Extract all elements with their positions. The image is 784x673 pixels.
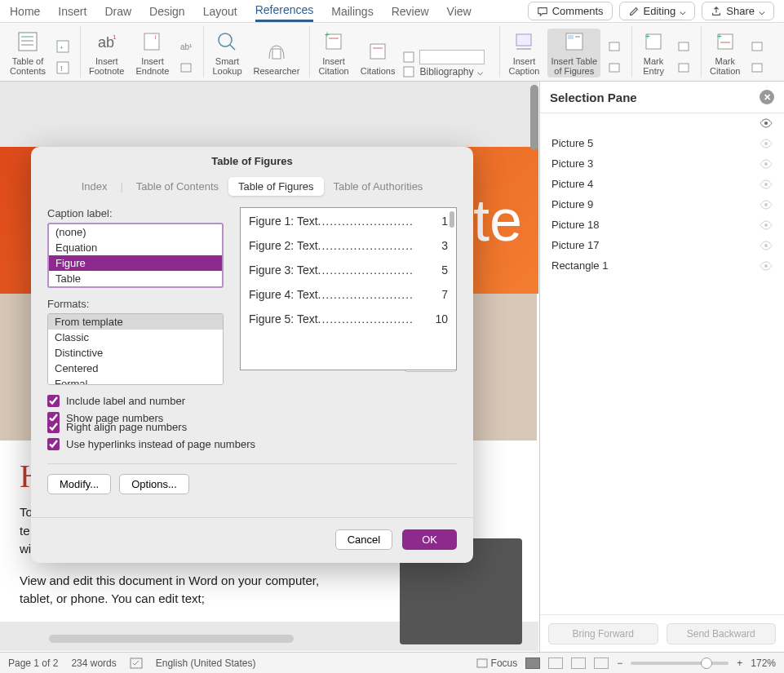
editing-button[interactable]: Editing ⌵ <box>619 2 696 20</box>
selection-item[interactable]: Picture 18 <box>540 215 784 235</box>
researcher-button[interactable]: Researcher <box>250 38 303 77</box>
zoom-level[interactable]: 172% <box>751 658 776 669</box>
update-toa-button[interactable] <box>748 58 768 77</box>
format-option-centered[interactable]: Centered <box>48 361 223 376</box>
close-icon[interactable]: ✕ <box>760 90 774 104</box>
caption-option-none[interactable]: (none) <box>49 224 222 240</box>
svg-rect-20 <box>370 44 385 59</box>
insert-index-button[interactable] <box>675 37 694 56</box>
cross-reference-button[interactable] <box>605 58 625 77</box>
tab-layout[interactable]: Layout <box>203 2 237 21</box>
vertical-scrollbar[interactable] <box>530 85 538 150</box>
dialog-tab-toc[interactable]: Table of Contents <box>126 177 228 196</box>
outline-view-button[interactable] <box>571 658 586 669</box>
insert-endnote-button[interactable]: i Insert Endnote <box>132 29 172 77</box>
tab-draw[interactable]: Draw <box>104 2 131 21</box>
visibility-toggle-icon[interactable] <box>760 241 773 250</box>
citations-button[interactable]: Citations <box>357 38 399 77</box>
visibility-toggle-icon[interactable] <box>760 200 773 210</box>
use-hyperlinks-checkbox[interactable]: Use hyperlinks instead of page numbers <box>47 438 457 450</box>
format-option-formal[interactable]: Formal <box>48 376 223 385</box>
language-indicator[interactable]: English (United States) <box>156 658 256 669</box>
send-backward-button[interactable]: Send Backward <box>667 623 777 644</box>
format-option-template[interactable]: From template <box>48 314 223 330</box>
svg-rect-39 <box>752 64 762 72</box>
document-para-2[interactable]: View and edit this document in Word on y… <box>20 572 356 609</box>
insert-citation-button[interactable]: + Insert Citation <box>315 29 352 77</box>
table-of-contents-button[interactable]: Table of Contents <box>7 29 49 77</box>
mark-citation-label: Mark Citation <box>710 56 740 76</box>
word-count[interactable]: 234 words <box>71 658 116 669</box>
dialog-title: Table of Figures <box>31 147 473 174</box>
next-footnote-button[interactable]: ab¹ <box>177 37 197 56</box>
selection-item[interactable]: Rectangle 1 <box>540 255 784 276</box>
format-option-distinctive[interactable]: Distinctive <box>48 345 223 361</box>
selection-item[interactable]: Picture 17 <box>540 235 784 255</box>
tab-references[interactable]: References <box>255 0 314 22</box>
cancel-button[interactable]: Cancel <box>335 529 392 550</box>
selection-item[interactable]: Picture 3 <box>540 153 784 174</box>
style-selector[interactable] <box>403 50 493 64</box>
draft-view-button[interactable] <box>594 658 609 669</box>
visibility-toggle-icon[interactable] <box>760 179 773 189</box>
modify-button[interactable]: Modify... <box>47 474 111 494</box>
update-index-button[interactable] <box>675 58 694 77</box>
tab-mailings[interactable]: Mailings <box>331 2 373 21</box>
web-layout-view-button[interactable] <box>548 658 563 669</box>
right-align-checkbox[interactable]: Right align page numbers <box>47 421 457 433</box>
caption-option-figure[interactable]: Figure <box>49 255 222 271</box>
preview-scrollbar[interactable] <box>450 211 454 228</box>
dialog-tab-tof[interactable]: Table of Figures <box>228 177 324 196</box>
caption-label-listbox[interactable]: (none) Equation Figure Table <box>47 223 224 288</box>
page-indicator[interactable]: Page 1 of 2 <box>8 658 58 669</box>
update-tof-button[interactable] <box>605 37 625 56</box>
tab-insert[interactable]: Insert <box>58 2 86 21</box>
update-table-button[interactable]: ! <box>54 58 73 77</box>
smart-lookup-button[interactable]: Smart Lookup <box>209 29 245 77</box>
show-all-icon[interactable] <box>760 118 773 128</box>
visibility-toggle-icon[interactable] <box>760 261 773 271</box>
tab-design[interactable]: Design <box>149 2 185 21</box>
mark-citation-button[interactable]: + Mark Citation <box>706 29 743 77</box>
print-layout-view-button[interactable] <box>525 658 540 669</box>
zoom-slider[interactable] <box>631 662 729 665</box>
bibliography-button[interactable]: Bibliography ⌵ <box>403 66 493 77</box>
add-text-button[interactable]: + <box>54 37 73 56</box>
insert-table-of-figures-button[interactable]: Insert Table of Figures <box>547 29 600 77</box>
preview-line: Figure 4: Text ........................7 <box>249 288 448 301</box>
insert-toa-button[interactable] <box>748 37 768 56</box>
tab-home[interactable]: Home <box>10 2 40 21</box>
zoom-in-button[interactable]: + <box>737 658 742 669</box>
selection-pane-title: Selection Pane <box>550 91 637 104</box>
caption-option-equation[interactable]: Equation <box>49 240 222 255</box>
format-option-classic[interactable]: Classic <box>48 330 223 345</box>
horizontal-scrollbar[interactable] <box>49 635 294 643</box>
visibility-toggle-icon[interactable] <box>760 139 773 148</box>
options-button[interactable]: Options... <box>119 474 189 494</box>
spellcheck-icon[interactable] <box>130 658 143 669</box>
focus-mode-button[interactable]: Focus <box>476 658 518 669</box>
selection-item[interactable]: Picture 9 <box>540 194 784 215</box>
preview-line: Figure 1: Text ........................1 <box>249 215 448 228</box>
visibility-toggle-icon[interactable] <box>760 220 773 230</box>
ok-button[interactable]: OK <box>402 529 457 550</box>
insert-footnote-button[interactable]: ab1 Insert Footnote <box>86 29 127 77</box>
include-label-checkbox[interactable]: Include label and number <box>47 395 457 407</box>
selection-item[interactable]: Picture 5 <box>540 133 784 153</box>
formats-listbox[interactable]: From template Classic Distinctive Center… <box>47 313 224 385</box>
bring-forward-button[interactable]: Bring Forward <box>548 623 658 644</box>
selection-item[interactable]: Picture 4 <box>540 174 784 194</box>
svg-point-40 <box>764 122 768 125</box>
zoom-out-button[interactable]: − <box>617 658 622 669</box>
insert-caption-button[interactable]: Insert Caption <box>505 29 543 77</box>
visibility-toggle-icon[interactable] <box>760 159 773 169</box>
tab-view[interactable]: View <box>447 2 472 21</box>
mark-entry-button[interactable]: + Mark Entry <box>637 29 670 77</box>
caption-option-table[interactable]: Table <box>49 271 222 286</box>
show-notes-button[interactable] <box>177 58 197 77</box>
dialog-tab-index[interactable]: Index <box>72 177 117 196</box>
tab-review[interactable]: Review <box>392 2 429 21</box>
share-button[interactable]: Share ⌵ <box>702 2 774 20</box>
comments-button[interactable]: Comments <box>528 2 613 20</box>
dialog-tab-toa[interactable]: Table of Authorities <box>324 177 433 196</box>
